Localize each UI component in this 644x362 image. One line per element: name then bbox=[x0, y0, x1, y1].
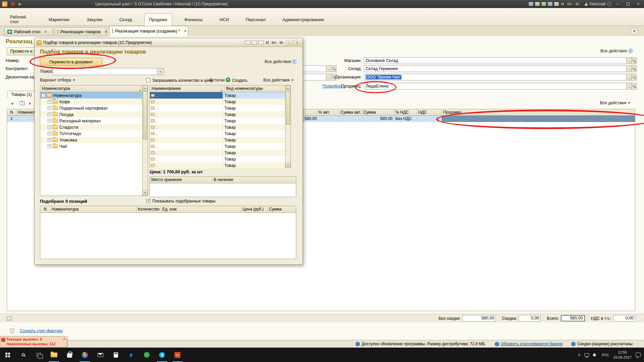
close-tab-icon[interactable]: × bbox=[184, 28, 186, 34]
col-vat-pct[interactable]: % НДС bbox=[394, 109, 417, 116]
ellipsis-button[interactable]: ... bbox=[326, 65, 331, 72]
col-vat[interactable]: НДС bbox=[417, 109, 442, 116]
seller-field[interactable]: ЛюдаЕлена bbox=[364, 83, 627, 89]
task-view-button[interactable] bbox=[31, 348, 46, 362]
goods-row[interactable]: . Товар bbox=[150, 118, 290, 124]
chrome-button[interactable] bbox=[77, 348, 93, 362]
goods-name-cell[interactable]: . bbox=[150, 124, 223, 130]
tree-item[interactable]: + Упаковка bbox=[40, 137, 148, 143]
picked-goods-table[interactable]: N Номенклатура Количество Ед. изм. Цена … bbox=[40, 206, 296, 259]
goods-scrollbar[interactable]: ▲ ▼ bbox=[285, 85, 290, 168]
expand-icon[interactable]: + bbox=[48, 113, 51, 116]
col-sum[interactable]: Сумма bbox=[362, 109, 394, 116]
scroll-thumb[interactable] bbox=[286, 91, 290, 125]
ellipsis-button[interactable]: ... bbox=[627, 74, 632, 80]
scroll-thumb[interactable] bbox=[143, 91, 147, 140]
doc-tab-sales-list[interactable]: Реализации товаров × bbox=[54, 27, 107, 36]
delete-row-button[interactable]: × bbox=[27, 100, 33, 106]
col-nomenclature[interactable]: Номенклатура bbox=[50, 206, 137, 213]
start-button[interactable] bbox=[0, 348, 15, 362]
col-sum[interactable]: Сумма bbox=[268, 206, 296, 213]
goods-type[interactable]: Товар bbox=[223, 93, 236, 98]
col-seller[interactable]: Продавец bbox=[442, 109, 635, 116]
goods-type[interactable]: Товар bbox=[223, 106, 236, 111]
tree-root-row[interactable]: − Номенклатура bbox=[40, 92, 148, 99]
tray-expand-icon[interactable]: ∧ bbox=[578, 353, 581, 357]
memory-mminus-button[interactable]: М- bbox=[279, 41, 284, 45]
col-n[interactable]: N bbox=[40, 206, 50, 213]
volume-icon[interactable] bbox=[593, 353, 598, 357]
network-icon[interactable] bbox=[585, 353, 589, 357]
section-tab-sales[interactable]: Продажи bbox=[144, 13, 172, 26]
goods-type[interactable]: Товар bbox=[223, 163, 236, 168]
goods-type[interactable]: Товар bbox=[223, 150, 236, 155]
edge-button[interactable]: e bbox=[123, 348, 139, 362]
titlebar-tool-icon-1[interactable] bbox=[529, 2, 533, 6]
goods-type[interactable]: Товар bbox=[223, 144, 236, 149]
close-tab-icon[interactable]: × bbox=[44, 29, 47, 34]
dialog-maximize-button[interactable]: □ bbox=[286, 40, 292, 45]
language-indicator[interactable]: РУС bbox=[602, 353, 609, 357]
form-all-actions-button[interactable]: Все действия▼ bbox=[600, 49, 631, 53]
nomenclature-tree-panel[interactable]: Номенклатура ▲ − Номенклатура + Кофе + П… bbox=[40, 85, 148, 196]
close-tab-icon[interactable]: × bbox=[105, 29, 107, 34]
row1-pct-auto[interactable] bbox=[317, 116, 339, 122]
section-tab-purchases[interactable]: Закупки bbox=[82, 13, 107, 26]
info-file-icon[interactable] bbox=[554, 2, 559, 6]
ellipsis-button[interactable]: ... bbox=[326, 74, 331, 80]
tree-item[interactable]: + Посуда bbox=[40, 111, 148, 118]
taskbar-search-button[interactable] bbox=[15, 348, 31, 362]
stock-table[interactable]: Место хранения В наличии bbox=[150, 176, 296, 197]
user-name[interactable]: Николай bbox=[589, 2, 605, 6]
col-n[interactable]: N bbox=[7, 109, 16, 116]
list-icon[interactable] bbox=[252, 40, 257, 45]
close-notification-icon[interactable]: × bbox=[63, 337, 65, 342]
filter-variant-button[interactable]: Вариант отбора▼ bbox=[40, 78, 75, 82]
tab-list-dropdown-button[interactable]: ▼ bbox=[631, 27, 638, 35]
scroll-up-icon[interactable]: ▲ bbox=[285, 85, 290, 91]
row1-n[interactable]: 1 bbox=[7, 116, 16, 122]
goods-row[interactable]: . Товар bbox=[150, 162, 290, 169]
goods-row[interactable]: . Товар bbox=[150, 99, 290, 105]
tab-goods[interactable]: Товары (1) bbox=[7, 91, 36, 98]
memory-m-button[interactable]: М bbox=[265, 41, 269, 45]
memory-mminus-button[interactable]: М- bbox=[575, 2, 581, 6]
report-icon[interactable] bbox=[258, 40, 264, 45]
info-icon[interactable]: i bbox=[607, 2, 611, 6]
dialog-help-icon[interactable]: ? bbox=[291, 59, 297, 64]
row1-seller-selected-cell[interactable] bbox=[442, 116, 635, 122]
dialog-titlebar[interactable]: Подбор товаров в реализацию товаров (1С:… bbox=[35, 38, 303, 47]
expand-icon[interactable]: + bbox=[48, 138, 51, 142]
section-tab-finance[interactable]: Финансы bbox=[180, 13, 207, 26]
expand-icon[interactable]: + bbox=[48, 144, 51, 148]
goods-name-cell[interactable]: . bbox=[150, 143, 223, 149]
col-type-header[interactable]: Вид номенклатуры bbox=[224, 85, 263, 92]
list-all-actions-button[interactable]: Все действия▼ bbox=[263, 78, 294, 82]
col-price-partial[interactable] bbox=[303, 109, 317, 116]
ellipsis-button[interactable]: ... bbox=[627, 57, 632, 64]
ask-qty-price-checkbox[interactable] bbox=[146, 78, 150, 82]
goods-row[interactable]: . Товар bbox=[150, 130, 290, 137]
close-button[interactable]: × bbox=[634, 1, 643, 7]
col-price[interactable]: Цена (руб.) bbox=[241, 206, 268, 213]
goods-name-cell[interactable]: . bbox=[150, 92, 223, 99]
calendar-icon[interactable] bbox=[541, 2, 546, 6]
dialog-close-button[interactable]: × bbox=[294, 40, 301, 45]
tree-item[interactable]: + Подарочный сертификат bbox=[40, 105, 148, 111]
scroll-up-icon[interactable]: ▲ bbox=[143, 85, 148, 91]
collapse-icon[interactable]: − bbox=[42, 94, 45, 97]
restore-button[interactable] bbox=[624, 1, 632, 7]
section-tab-administration[interactable]: Администрирование bbox=[278, 13, 328, 26]
goods-name-cell[interactable]: . bbox=[150, 111, 223, 118]
col-name-header[interactable]: Наименование ▲ bbox=[152, 85, 224, 92]
goods-list-panel[interactable]: Наименование ▲ Вид номенклатуры . Товар … bbox=[150, 85, 291, 168]
copy-row-button[interactable] bbox=[18, 100, 24, 106]
help-icon[interactable]: ? bbox=[628, 48, 633, 53]
goods-name-cell[interactable]: . bbox=[150, 137, 223, 143]
transfer-to-document-button[interactable]: Перенести в документ bbox=[40, 58, 102, 66]
create-invoice-link[interactable]: Создать счет-фактуру bbox=[20, 328, 63, 333]
items-all-actions-button[interactable]: Все действия▼ bbox=[600, 101, 631, 105]
section-tab-nsi[interactable]: НСИ bbox=[215, 13, 233, 26]
doc-tab-sales-new[interactable]: Реализация товаров (создание) * × bbox=[109, 26, 188, 36]
memory-mplus-button[interactable]: М+ bbox=[271, 41, 278, 45]
